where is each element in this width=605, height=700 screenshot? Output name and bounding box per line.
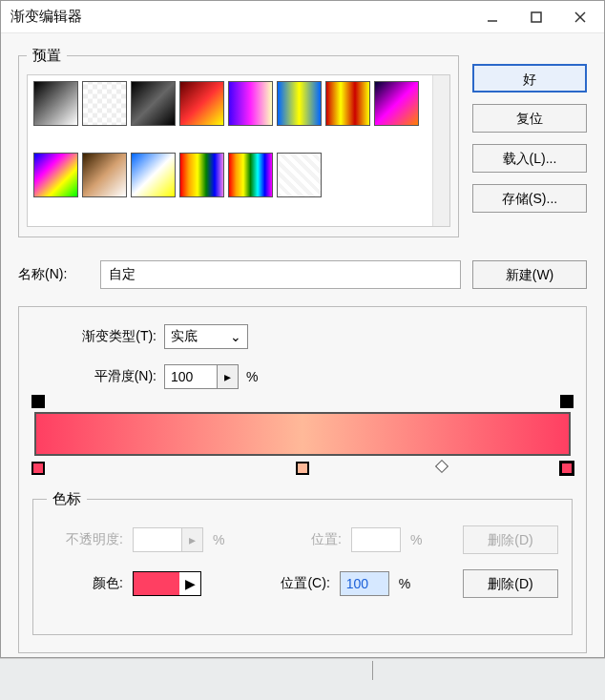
preset-swatch-5[interactable]: [277, 81, 322, 126]
presets-list: [27, 74, 450, 227]
delete-color-button[interactable]: 删除(D): [463, 569, 558, 598]
gradient-preview: [34, 412, 571, 456]
presets-legend: 预置: [27, 47, 67, 65]
minimize-button[interactable]: [470, 2, 514, 32]
opacity-position-unit: %: [410, 532, 422, 547]
color-chip-arrow-icon[interactable]: ▶: [179, 572, 200, 595]
ok-button[interactable]: 好: [472, 64, 587, 93]
opacity-stepper: ▸: [182, 527, 203, 552]
color-stop-0[interactable]: [31, 462, 45, 475]
preset-swatch-7[interactable]: [374, 81, 419, 126]
preset-swatch-4[interactable]: [228, 81, 273, 126]
name-label: 名称(N):: [18, 266, 89, 283]
preset-swatch-10[interactable]: [131, 153, 176, 197]
presets-scrollbar[interactable]: [432, 75, 449, 226]
midpoint-marker[interactable]: [434, 460, 448, 473]
window-title: 渐变编辑器: [10, 8, 470, 26]
color-label: 颜色:: [47, 575, 123, 592]
close-button[interactable]: [558, 2, 602, 32]
opacity-position-label: 位置:: [265, 531, 342, 548]
color-position-input[interactable]: [340, 571, 389, 596]
stops-legend: 色标: [47, 490, 87, 508]
reset-button[interactable]: 复位: [472, 104, 587, 133]
gradient-type-label: 渐变类型(T):: [52, 328, 156, 345]
preset-swatch-0[interactable]: [33, 81, 78, 126]
bottom-strip: [0, 658, 605, 700]
name-input[interactable]: [100, 260, 461, 289]
dialog-body: 预置 ⏵⏵ 好 复位 载入(L)... 存储(S)... 名称(N): 新建(W…: [1, 33, 604, 657]
stops-group: 色标 不透明度: ▸ % 位置: % 删除(D) 颜色:: [32, 490, 573, 635]
titlebar: 渐变编辑器: [1, 1, 604, 33]
opacity-stop-left[interactable]: [31, 395, 45, 408]
color-swatch[interactable]: ▶: [133, 571, 201, 596]
delete-opacity-button: 删除(D): [463, 525, 558, 554]
smoothness-label: 平滑度(N):: [52, 368, 156, 385]
smoothness-unit: %: [246, 369, 258, 384]
gradient-options-group: 渐变类型(T): 实底 ⌄ 平滑度(N): ▸ %: [18, 306, 587, 653]
load-button[interactable]: 载入(L)...: [472, 144, 587, 173]
save-button[interactable]: 存储(S)...: [472, 184, 587, 213]
preset-swatch-3[interactable]: [179, 81, 224, 126]
preset-swatch-13[interactable]: [277, 153, 322, 197]
color-stop-100[interactable]: [560, 462, 574, 475]
opacity-unit: %: [213, 532, 224, 547]
gradient-type-select[interactable]: 实底 ⌄: [164, 324, 248, 349]
preset-swatch-2[interactable]: [131, 81, 176, 126]
gradient-bar[interactable]: [34, 412, 571, 456]
opacity-input: [133, 527, 182, 552]
opacity-label: 不透明度:: [47, 531, 123, 548]
new-button[interactable]: 新建(W): [472, 260, 587, 289]
svg-rect-1: [532, 12, 541, 22]
smoothness-stepper[interactable]: ▸: [218, 364, 239, 389]
side-buttons: 好 复位 载入(L)... 存储(S)...: [472, 47, 587, 237]
color-stop-50[interactable]: [296, 462, 309, 475]
smoothness-input[interactable]: [164, 364, 218, 389]
chevron-down-icon: ⌄: [230, 329, 241, 344]
preset-swatch-9[interactable]: [82, 153, 127, 197]
color-position-label: 位置(C):: [254, 575, 330, 592]
opacity-position-input: [351, 527, 401, 552]
preset-swatch-1[interactable]: [82, 81, 127, 126]
gradient-editor-window: 渐变编辑器 预置 ⏵⏵ 好 复位 载入(L)... 存储(S)... 名称(N)…: [0, 0, 605, 658]
maximize-button[interactable]: [514, 2, 558, 32]
color-chip-fill: [134, 572, 179, 595]
gradient-type-value: 实底: [171, 328, 198, 345]
preset-swatch-12[interactable]: [228, 153, 273, 197]
preset-swatch-6[interactable]: [325, 81, 370, 126]
preset-swatch-11[interactable]: [179, 153, 224, 197]
color-position-unit: %: [399, 576, 410, 591]
presets-group: 预置 ⏵⏵: [18, 47, 459, 237]
preset-swatch-8[interactable]: [33, 153, 78, 197]
opacity-stop-right[interactable]: [560, 395, 574, 408]
